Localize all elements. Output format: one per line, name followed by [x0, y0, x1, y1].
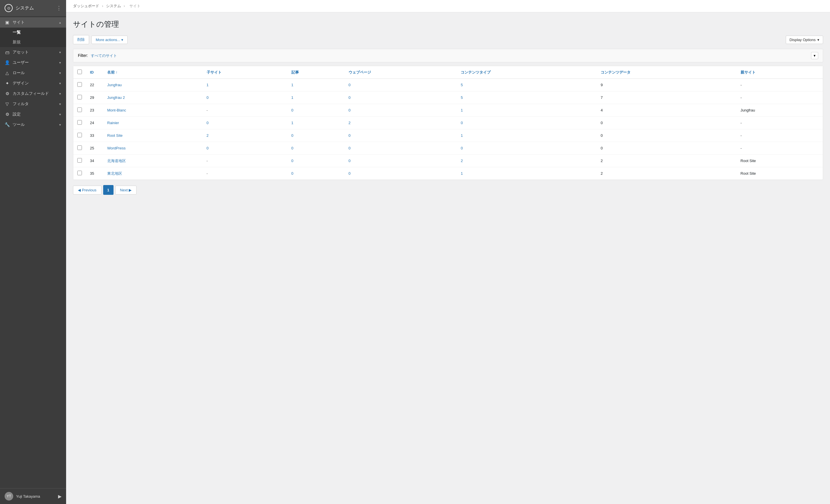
cell-num: 0 [345, 142, 457, 155]
cell-num: 0 [457, 142, 597, 155]
row-checkbox[interactable] [77, 146, 82, 150]
cell-content-data: 7 [597, 91, 737, 104]
breadcrumb-system[interactable]: システム [106, 4, 121, 8]
cell-name: Rainier [103, 117, 202, 129]
site-name-link[interactable]: 北海道地区 [107, 159, 126, 163]
delete-button[interactable]: 削除 [73, 35, 89, 44]
row-checkbox[interactable] [77, 120, 82, 125]
cell-id: 25 [86, 142, 103, 155]
site-name-link[interactable]: Root Site [107, 133, 122, 138]
row-checkbox[interactable] [77, 171, 82, 175]
sidebar-item-users[interactable]: 👤 ユーザー ▼ [0, 58, 66, 68]
sidebar-item-assets[interactable]: 🗃 アセット ▼ [0, 47, 66, 58]
site-name-link[interactable]: Jungfrau 2 [107, 95, 125, 100]
page-number-1[interactable]: 1 [103, 185, 114, 195]
cell-name: 東北地区 [103, 167, 202, 180]
sidebar-user-name: Yuji Takayama [16, 494, 40, 499]
cell-checkbox [73, 91, 86, 104]
cell-num: 0 [287, 104, 345, 117]
sidebar-item-design[interactable]: ✦ デザイン ▼ [0, 78, 66, 89]
sidebar-sub-item-new[interactable]: 新規 [0, 37, 66, 47]
sidebar-item-tools[interactable]: 🔧 ツール ▼ [0, 120, 66, 130]
cell-checkbox [73, 129, 86, 142]
filter-dropdown-button[interactable]: ▾ [811, 52, 818, 59]
design-chevron: ▼ [59, 82, 62, 85]
sidebar-app-title: システム [15, 5, 34, 11]
col-header-articles[interactable]: 記事 [287, 66, 345, 79]
select-all-checkbox[interactable] [77, 69, 82, 74]
sidebar-logo: ⊙ システム [5, 4, 34, 12]
col-header-parent-site[interactable]: 親サイト [737, 66, 823, 79]
cell-id: 29 [86, 91, 103, 104]
cell-num: 1 [457, 167, 597, 180]
cell-content-data: 9 [597, 79, 737, 91]
cell-content-data: 4 [597, 104, 737, 117]
cell-id: 34 [86, 155, 103, 167]
site-name-link[interactable]: 東北地区 [107, 171, 122, 176]
col-header-webpages[interactable]: ウェブページ [345, 66, 457, 79]
cell-name: Root Site [103, 129, 202, 142]
cell-parent-site: - [737, 79, 823, 91]
previous-arrow-icon: ◀ [78, 188, 81, 192]
sidebar-menu-icon[interactable]: ⋮ [56, 5, 62, 11]
table-row: 22 Jungfrau 1 1 0 5 9 - [73, 79, 823, 91]
cell-num: 1 [202, 79, 287, 91]
sidebar-item-filters[interactable]: ▽ フィルタ ▼ [0, 99, 66, 109]
sidebar-item-settings[interactable]: ⚙ 設定 ▼ [0, 109, 66, 120]
sites-table: ID 名前 ↑ 子サイト 記事 ウェブページ [73, 66, 823, 180]
sidebar-user: YT Yuji Takayama [5, 492, 40, 501]
row-checkbox[interactable] [77, 133, 82, 137]
col-header-child-sites[interactable]: 子サイト [202, 66, 287, 79]
previous-label: Previous [82, 188, 97, 192]
cell-num: 0 [457, 117, 597, 129]
sub-new-label: 新規 [13, 40, 21, 44]
site-name-link[interactable]: Rainier [107, 121, 119, 125]
col-header-id[interactable]: ID [86, 66, 103, 79]
col-header-content-types[interactable]: コンテンツタイプ [457, 66, 597, 79]
col-header-content-data[interactable]: コンテンツデータ [597, 66, 737, 79]
display-options-button[interactable]: Display Options ▾ [786, 36, 823, 44]
sidebar-item-custom-fields[interactable]: ⚙ カスタムフィールド ▼ [0, 89, 66, 99]
cell-id: 35 [86, 167, 103, 180]
sidebar-filters-label: フィルタ [13, 101, 29, 106]
sidebar-play-icon[interactable]: ▶ [58, 494, 62, 499]
sidebar-item-sites[interactable]: ▣ サイト ▲ [0, 17, 66, 28]
cell-parent-site: - [737, 142, 823, 155]
table-row: 25 WordPress 0 0 0 0 0 - [73, 142, 823, 155]
cell-name: WordPress [103, 142, 202, 155]
cell-num: 5 [457, 91, 597, 104]
breadcrumb-sep-1: › [102, 4, 104, 8]
filters-icon: ▽ [5, 101, 10, 106]
row-checkbox[interactable] [77, 158, 82, 163]
cell-num: 0 [287, 167, 345, 180]
sidebar-header: ⊙ システム ⋮ [0, 0, 66, 16]
next-button[interactable]: Next ▶ [115, 186, 137, 194]
site-name-link[interactable]: WordPress [107, 146, 126, 150]
sidebar-roles-label: ロール [13, 70, 25, 75]
cell-checkbox [73, 142, 86, 155]
more-actions-button[interactable]: More actions... ▾ [91, 36, 128, 44]
col-header-checkbox [73, 66, 86, 79]
cell-num: 0 [287, 142, 345, 155]
filter-all-sites-link[interactable]: すべてのサイト [91, 54, 117, 58]
row-checkbox[interactable] [77, 82, 82, 87]
cell-content-data: 2 [597, 167, 737, 180]
roles-chevron: ▼ [59, 71, 62, 75]
cell-num: 1 [287, 91, 345, 104]
toolbar: 削除 More actions... ▾ Display Options ▾ [73, 35, 823, 44]
row-checkbox[interactable] [77, 107, 82, 112]
col-header-name[interactable]: 名前 ↑ [103, 66, 202, 79]
site-name-link[interactable]: Jungfrau [107, 83, 122, 87]
sidebar-item-roles[interactable]: △ ロール ▼ [0, 68, 66, 78]
breadcrumb-dashboard[interactable]: ダッシュボード [73, 4, 99, 8]
breadcrumb-sep-2: › [124, 4, 126, 8]
cell-num: 0 [345, 167, 457, 180]
site-name-link[interactable]: Mont-Blanc [107, 108, 126, 112]
sidebar-sub-item-list[interactable]: 一覧 [0, 28, 66, 37]
row-checkbox[interactable] [77, 95, 82, 99]
sites-chevron-up: ▲ [59, 21, 62, 24]
previous-button[interactable]: ◀ Previous [73, 186, 101, 194]
sidebar-nav: ▣ サイト ▲ 一覧 新規 🗃 アセット ▼ 👤 ユーザー [0, 16, 66, 131]
pagination: ◀ Previous 1 Next ▶ [73, 185, 823, 195]
breadcrumb: ダッシュボード › システム › サイト [66, 0, 830, 12]
